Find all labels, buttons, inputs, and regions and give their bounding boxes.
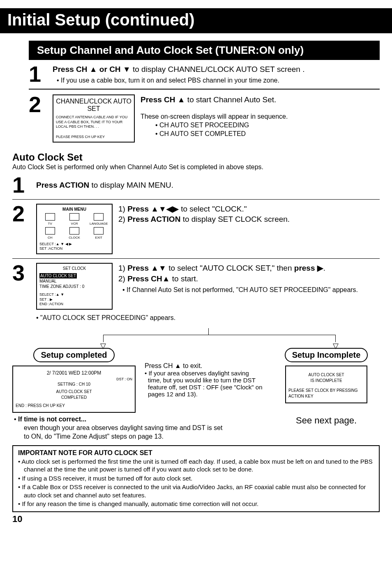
exit-icon (94, 227, 104, 235)
important-item-1: Auto clock set is performed the first ti… (24, 458, 374, 474)
step1-bullet: • If you use a cable box, turn it on and… (53, 76, 380, 85)
step2-sequence-intro: These on-screen displays will appear in … (141, 113, 380, 121)
osd-set-clock: SET CLOCK AUTO CLOCK SET MANUAL TIME ZON… (36, 263, 113, 310)
arrow-down-icon: ▽ (333, 341, 339, 350)
setup-incomplete-pill: Setup Incomplete (285, 348, 368, 362)
osd-setup-incomplete: AUTO CLOCK SET IS INCOMPLETE PLEASE SET … (285, 366, 367, 403)
triangle-up-icon: ▲ (178, 95, 185, 104)
ac-step1-instruction: Press ACTION to display MAIN MENU. (36, 181, 173, 189)
important-item-4: If for any reason the time is changed ma… (24, 500, 374, 508)
ac-step-number-1: 1 (12, 175, 30, 195)
ac-step3-line1: 1) Press ▲▼ to select "AUTO CLOCK SET," … (118, 263, 380, 274)
step-number-1: 1 (29, 64, 47, 85)
ac-step3-bullet: • If Channel Auto Set is not performed, … (118, 286, 380, 294)
flow-mid-head: Press CH ▲ to exit. (145, 362, 264, 370)
page-title: Initial Setup (continued) (0, 8, 392, 33)
seq-item-2: • CH AUTO SET COMPLETED (141, 130, 380, 138)
auto-clock-intro: Auto Clock Set is performed only when Ch… (12, 163, 380, 172)
triangle-down-icon: ▼ (123, 65, 131, 74)
ac-step2-line1: 1) Press ▲▼◀▶ to select "CLOCK." (118, 204, 380, 214)
ac-step3-post: • "AUTO CLOCK SET PROCEEDING" appears. (12, 314, 380, 322)
clock-icon (69, 227, 79, 235)
page-number: 10 (12, 514, 380, 524)
osd-channel-clock-auto-set: CHANNEL/CLOCK AUTO SET CONNECT ANTENNA C… (53, 94, 135, 143)
arrow-down-icon: ▽ (100, 341, 106, 350)
seq-item-1: • CH AUTO SET PROCEEDING (141, 121, 380, 130)
osd-setup-completed: 2/ 7/2001 WED 12:00PM DST : ON SETTING :… (12, 366, 136, 413)
see-next-page: See next page. (273, 415, 380, 426)
important-note-box: IMPORTANT NOTE FOR AUTO CLOCK SET Auto c… (12, 445, 380, 512)
ac-step-number-2: 2 (12, 204, 30, 255)
ch-icon (45, 227, 55, 235)
important-item-2: If using a DSS receiver, it must be turn… (24, 474, 374, 483)
ac-step2-line2: 2) Press ACTION to display SET CLOCK scr… (118, 214, 380, 225)
ac-step-number-3: 3 (12, 263, 30, 310)
language-icon (94, 213, 104, 221)
step-number-2: 2 (29, 94, 47, 143)
vcr-icon (69, 213, 79, 221)
step2-instruction: Press CH ▲ to start Channel Auto Set. (141, 94, 380, 105)
osd-main-menu: MAIN MENU TV VCR LANGUAGE CH CLOCK EXIT … (36, 204, 113, 255)
ac-step3-line2: 2) Press CH▲ to start. (118, 274, 380, 284)
step1-instruction: Press CH ▲ or CH ▼ to display CHANNEL/CL… (53, 64, 380, 75)
auto-clock-heading: Auto Clock Set (12, 152, 380, 163)
flow-mid-bullet: • If your area observes daylight saving … (145, 370, 264, 398)
important-note-head: IMPORTANT NOTE FOR AUTO CLOCK SET (18, 449, 374, 457)
important-item-3: If a Cable Box or DSS receiver is connec… (24, 483, 374, 499)
time-not-correct-note: • If time is not correct... even though … (12, 415, 226, 441)
tv-icon (45, 213, 55, 221)
triangle-up-icon: ▲ (90, 65, 97, 74)
section-heading: Setup Channel and Auto Clock Set (TUNER:… (29, 41, 380, 60)
